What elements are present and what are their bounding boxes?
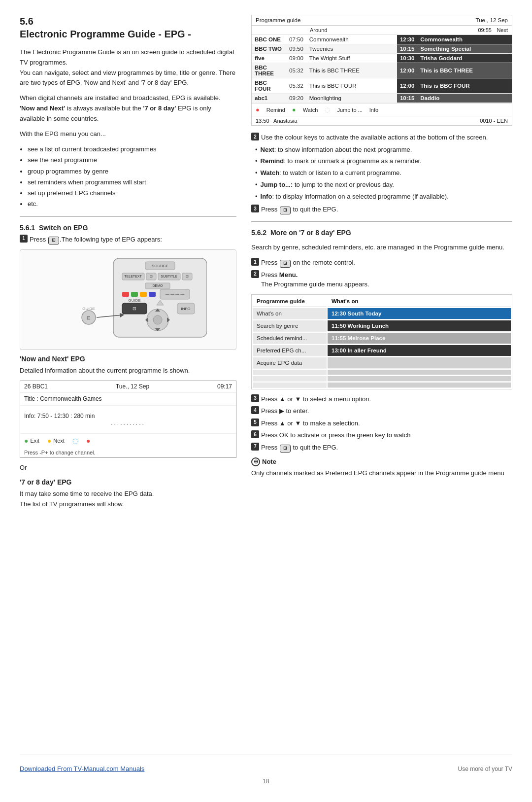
prog-guide-date: Tue., 12 Sep	[476, 17, 508, 23]
svg-text:TELETEXT: TELETEXT	[124, 275, 142, 278]
step-b4-text: Press ▶ to enter.	[261, 406, 512, 416]
right-bullet-remind: • Remind: to mark or unmark a programme …	[255, 156, 512, 167]
red-dot: ●	[86, 437, 90, 445]
svg-text:⊡: ⊡	[133, 306, 136, 311]
whats-on-label: Preferred EPG ch...	[253, 345, 327, 356]
svg-rect-13	[122, 292, 129, 297]
svg-text:SUBTITLE: SUBTITLE	[161, 275, 177, 278]
now-next-title: 'Now and Next' EPG	[20, 355, 236, 363]
bullet-char: •	[255, 156, 258, 167]
whats-on-value: 11:50 Working Lunch	[328, 320, 511, 332]
svg-text:⊡: ⊡	[87, 315, 91, 320]
table-row: Scheduled remind... 11:55 Melrose Place	[253, 333, 511, 344]
step-b7: 7 Press ⊡ to quit the EPG.	[251, 443, 512, 453]
list-item: group programmes by genre	[28, 166, 236, 177]
watch-label: Watch	[303, 107, 318, 113]
seven-day-desc: It may take some time to receive the EPG…	[20, 489, 236, 510]
left-column: 5.6 Electronic Programme Guide - EPG - T…	[20, 15, 236, 755]
guide-icon-b7: ⊡	[280, 445, 291, 453]
svg-text:GUIDE: GUIDE	[128, 298, 140, 303]
section-number: 5.6	[20, 15, 236, 28]
step-562-1-num: 1	[251, 258, 259, 266]
table-row-header: Programme guide What's on	[253, 296, 511, 307]
table-row	[253, 376, 511, 382]
whats-on-label: Acquire EPG data	[253, 357, 327, 369]
svg-text:DEMO: DEMO	[153, 284, 164, 287]
exit-label: Exit	[30, 438, 39, 444]
svg-text:INFO: INFO	[181, 307, 190, 311]
subsection-561-title: 5.6.1 Switch on EPG	[20, 224, 236, 232]
step-2-num: 2	[251, 133, 259, 140]
section-title-text: Electronic Programme Guide - EPG -	[20, 28, 236, 40]
seven-day-title: '7 or 8 day' EPG	[20, 478, 236, 486]
step-b6: 6 Press OK to activate or press the gree…	[251, 430, 512, 440]
svg-rect-15	[140, 292, 147, 297]
whats-on-header-left: Programme guide	[253, 296, 327, 307]
note-text: Only channels marked as Preferred EPG ch…	[251, 468, 512, 479]
svg-text:SOURCE: SOURCE	[152, 264, 168, 268]
intro-p4: With the EPG menu you can...	[20, 129, 236, 139]
epg-box-header: 26 BBC1 Tue., 12 Sep 09:17	[20, 381, 236, 392]
bullet-text: Next: to show information about the next…	[261, 145, 412, 155]
right-column: Programme guide Tue., 12 Sep Around 09:5…	[251, 15, 512, 755]
epg-info: Info: 7:50 - 12:30 : 280 min ...........	[20, 406, 236, 433]
intro-p1: The Electronic Programme Guide is an on …	[20, 47, 236, 88]
next-label: Next	[53, 438, 65, 444]
guide-icon: ⊡	[48, 237, 59, 244]
bullet-list: see a list of current broadcasted progra…	[28, 144, 236, 209]
footer-time-channel: 13:50 Anastasia	[256, 118, 297, 124]
epg-date: Tue., 12 Sep	[116, 383, 149, 390]
footer-link[interactable]: Downloaded From TV-Manual.com Manuals	[20, 765, 144, 772]
main-content: 5.6 Electronic Programme Guide - EPG - T…	[20, 15, 512, 755]
step-b3-text: Press ▲ or ▼ to select a menu option.	[261, 394, 512, 404]
remind-dot: ●	[256, 106, 260, 113]
whats-on-value: 11:55 Melrose Place	[328, 333, 511, 344]
step-b5: 5 Press ▲ or ▼ to make a selection.	[251, 418, 512, 428]
epg-footer-item3: ◌	[72, 437, 78, 445]
blue-dot: ◌	[72, 437, 78, 445]
table-row: BBC ONE 07:50 Commonwealth 12:30 Commonw…	[252, 35, 512, 44]
epg-footer-next: ● Next	[47, 437, 65, 445]
divider	[20, 216, 236, 217]
whats-on-header-right: What's on	[328, 296, 511, 307]
note-icon: ⊖	[251, 457, 260, 466]
table-row: five 09:00 The Wright Stuff 10:30 Trisha…	[252, 54, 512, 63]
bullet-text: Watch: to watch or listen to a current p…	[261, 168, 401, 178]
step-b5-text: Press ▲ or ▼ to make a selection.	[261, 418, 512, 428]
table-row	[253, 370, 511, 375]
table-row: BBC THREE 05:32 This is BBC THREE 12:00 …	[252, 63, 512, 78]
whats-on-value: 12:30 South Today	[328, 308, 511, 319]
prog-footer: ● Remind ● Watch ◌ Jump to ... Info	[252, 103, 512, 116]
epg-footer-item4: ●	[86, 437, 90, 445]
epg-time: 09:17	[217, 383, 232, 390]
table-row: Preferred EPG ch... 13:00 In aller Freun…	[253, 345, 511, 356]
table-row	[253, 383, 511, 388]
svg-text:⊡: ⊡	[186, 275, 189, 278]
step-562-2-text: Press Menu. The Programme guide menu app…	[261, 270, 512, 289]
now-next-desc: Detailed information about the current p…	[20, 366, 236, 376]
step-b6-num: 6	[251, 430, 259, 438]
svg-rect-16	[149, 292, 156, 297]
remind-label: Remind	[266, 107, 285, 113]
page: 5.6 Electronic Programme Guide - EPG - T…	[0, 0, 532, 802]
guide-icon-562: ⊡	[280, 260, 291, 268]
epg-press-note: Press -P+ to change channel.	[20, 448, 236, 457]
step-2: 2 Use the colour keys to activate the av…	[251, 133, 512, 142]
step-b3: 3 Press ▲ or ▼ to select a menu option.	[251, 394, 512, 404]
step-b4-num: 4	[251, 406, 259, 414]
table-row: What's on 12:30 South Today	[253, 308, 511, 319]
right-bullet-info: • Info: to display information on a sele…	[255, 192, 512, 202]
list-item: etc.	[28, 199, 236, 209]
bullet-text: Jump to...: to jump to the next or previ…	[261, 180, 394, 190]
step-562-2: 2 Press Menu. The Programme guide menu a…	[251, 270, 512, 289]
epg-channel: 26 BBC1	[24, 383, 48, 390]
epg-dots: ...........	[24, 419, 232, 426]
list-item: see the next programme	[28, 155, 236, 166]
step-b7-text: Press ⊡ to quit the EPG.	[261, 443, 512, 453]
prog-guide-cols: Around 09:55 Next	[252, 26, 512, 35]
jump-label: Jump to ...	[337, 107, 362, 113]
jump-dot: ◌	[325, 106, 330, 113]
step-562-1: 1 Press ⊡ on the remote control.	[251, 258, 512, 268]
sub562-desc: Search by genre, scheduled reminders, et…	[251, 243, 512, 253]
bullet-char: •	[255, 180, 258, 190]
